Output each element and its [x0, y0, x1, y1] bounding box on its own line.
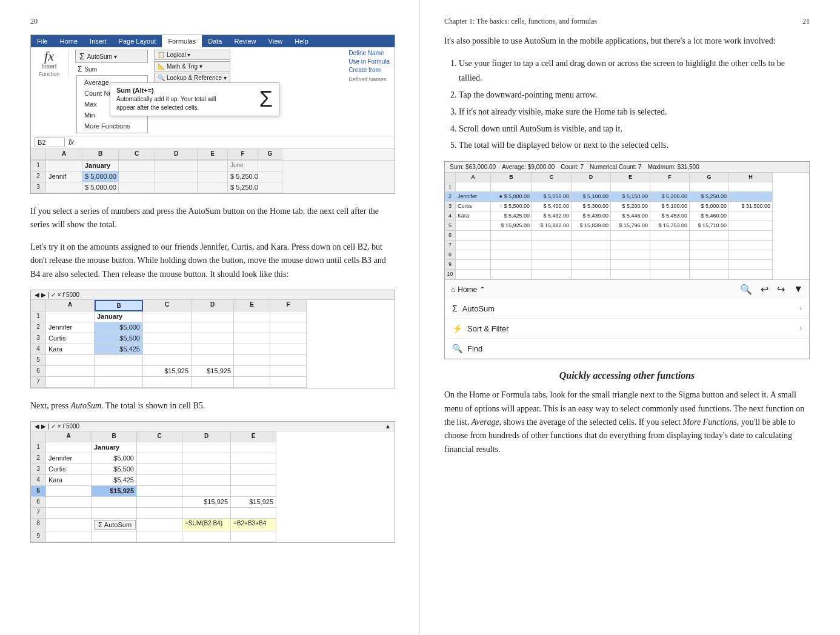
- tab-review[interactable]: Review: [228, 35, 262, 47]
- ma3[interactable]: Curtis: [456, 202, 491, 211]
- ss1-d1[interactable]: [192, 311, 234, 322]
- cell-a1[interactable]: [46, 161, 82, 171]
- ss1-d6[interactable]: $15,925: [192, 366, 234, 377]
- tab-home[interactable]: Home: [54, 35, 84, 47]
- ss1-a3[interactable]: Curtis: [46, 333, 95, 344]
- md4[interactable]: $ 5,439.00: [572, 211, 611, 221]
- ss2-c7[interactable]: [137, 508, 182, 519]
- ss1-c7[interactable]: [143, 377, 192, 388]
- mh3[interactable]: $ 31,500.00: [729, 202, 773, 211]
- menu-find[interactable]: 🔍 Find: [445, 339, 809, 359]
- ss1-e5[interactable]: [234, 355, 270, 366]
- cell-g2[interactable]: [258, 171, 282, 182]
- ss1-e4[interactable]: [234, 344, 270, 355]
- tab-formulas[interactable]: Formulas: [162, 35, 202, 47]
- create-from-btn[interactable]: Create from: [348, 67, 390, 73]
- cell-c3[interactable]: [119, 182, 155, 193]
- me5[interactable]: $ 15,796.00: [611, 221, 650, 231]
- ss2-e5[interactable]: [231, 486, 276, 497]
- me1[interactable]: [611, 182, 650, 192]
- ss1-a6[interactable]: [46, 366, 95, 377]
- ss1-a1[interactable]: [46, 311, 95, 322]
- menu-autosum[interactable]: Σ AutoSum ›: [445, 299, 809, 319]
- md3[interactable]: $ 5,300.00: [572, 202, 611, 211]
- ss1-d2[interactable]: [192, 322, 234, 333]
- ss2-e6[interactable]: $15,925: [231, 497, 276, 508]
- ss2-a9[interactable]: [46, 531, 92, 542]
- ss1-e2[interactable]: [234, 322, 270, 333]
- sum-item[interactable]: Σ Sum: [75, 64, 148, 74]
- mf2[interactable]: $ 5,200.00: [650, 192, 690, 202]
- tab-data[interactable]: Data: [202, 35, 228, 47]
- name-box[interactable]: B2: [35, 138, 65, 147]
- mc3[interactable]: $ 5,400.00: [532, 202, 572, 211]
- cell-f1[interactable]: June: [228, 161, 258, 171]
- ss2-b2[interactable]: $5,000: [92, 453, 137, 464]
- mg2[interactable]: $ 5,250.00: [690, 192, 729, 202]
- cell-c1[interactable]: [119, 161, 155, 171]
- md1[interactable]: [572, 182, 611, 192]
- ss2-e7[interactable]: [231, 508, 276, 519]
- cell-d1[interactable]: [155, 161, 198, 171]
- more-icon[interactable]: ▼: [793, 284, 803, 295]
- ss2-b8[interactable]: Σ AutoSum: [92, 519, 137, 531]
- ss1-c2[interactable]: [143, 322, 192, 333]
- ss1-a2[interactable]: Jennifer: [46, 322, 95, 333]
- cell-g1[interactable]: [258, 161, 282, 171]
- ss2-d4[interactable]: [182, 475, 231, 486]
- tab-view[interactable]: View: [262, 35, 289, 47]
- mf1[interactable]: [650, 182, 690, 192]
- mg4[interactable]: $ 5,460.00: [690, 211, 729, 221]
- tab-help[interactable]: Help: [288, 35, 315, 47]
- ss2-c9[interactable]: [137, 531, 182, 542]
- search-icon[interactable]: 🔍: [740, 284, 752, 295]
- ss2-e3[interactable]: [231, 464, 276, 475]
- ss2-a1[interactable]: [46, 442, 92, 453]
- ss2-d7[interactable]: [182, 508, 231, 519]
- me3[interactable]: $ 5,200.00: [611, 202, 650, 211]
- mb5[interactable]: $ 15,925.00: [491, 221, 532, 231]
- ss1-f5[interactable]: [270, 355, 307, 366]
- mc4[interactable]: $ 5,432.00: [532, 211, 572, 221]
- ss2-b5[interactable]: $15,925: [92, 486, 137, 497]
- math-trig-button[interactable]: 📐 Math & Trig ▾: [154, 61, 230, 71]
- ss2-c6[interactable]: [137, 497, 182, 508]
- ss1-a7[interactable]: [46, 377, 95, 388]
- autosum-button[interactable]: Σ AutoSum ▾: [75, 50, 148, 63]
- ss2-a8[interactable]: [46, 519, 92, 531]
- ss1-b3[interactable]: $5,500: [95, 333, 143, 344]
- ss1-e3[interactable]: [234, 333, 270, 344]
- me2[interactable]: $ 5,150.00: [611, 192, 650, 202]
- ss2-b6[interactable]: [92, 497, 137, 508]
- ss1-e6[interactable]: [234, 366, 270, 377]
- ss2-c2[interactable]: [137, 453, 182, 464]
- ma2[interactable]: Jennifer: [456, 192, 491, 202]
- mc2[interactable]: $ 5,050.00: [532, 192, 572, 202]
- ss2-a6[interactable]: [46, 497, 92, 508]
- ss1-b2[interactable]: $5,000: [95, 322, 143, 333]
- ss1-d3[interactable]: [192, 333, 234, 344]
- ss2-e9[interactable]: [231, 531, 276, 542]
- lookup-button[interactable]: 🔍 Lookup & Reference ▾: [154, 73, 230, 83]
- ss2-a2[interactable]: Jennifer: [46, 453, 92, 464]
- ss2-c3[interactable]: [137, 464, 182, 475]
- cell-b2[interactable]: $ 5,000.00: [82, 171, 119, 182]
- ss1-b1[interactable]: January: [95, 311, 143, 322]
- ss2-d9[interactable]: [182, 531, 231, 542]
- ss2-e8[interactable]: =B2+B3+B4: [231, 519, 276, 531]
- cell-d3[interactable]: [155, 182, 198, 193]
- ss1-c4[interactable]: [143, 344, 192, 355]
- ma6[interactable]: [456, 231, 491, 241]
- ss1-d4[interactable]: [192, 344, 234, 355]
- cell-e3[interactable]: [198, 182, 228, 193]
- cell-f3[interactable]: $ 5,250.00: [228, 182, 258, 193]
- ss1-e1[interactable]: [234, 311, 270, 322]
- ss1-c5[interactable]: [143, 355, 192, 366]
- cell-a2[interactable]: Jennif: [46, 171, 82, 182]
- ss2-e4[interactable]: [231, 475, 276, 486]
- mg1[interactable]: [690, 182, 729, 192]
- dropdown-more-functions[interactable]: More Functions: [77, 121, 147, 131]
- mb4[interactable]: $ 5,425.00: [491, 211, 532, 221]
- ss2-d5[interactable]: [182, 486, 231, 497]
- autosum-cell-btn[interactable]: Σ AutoSum: [94, 520, 136, 530]
